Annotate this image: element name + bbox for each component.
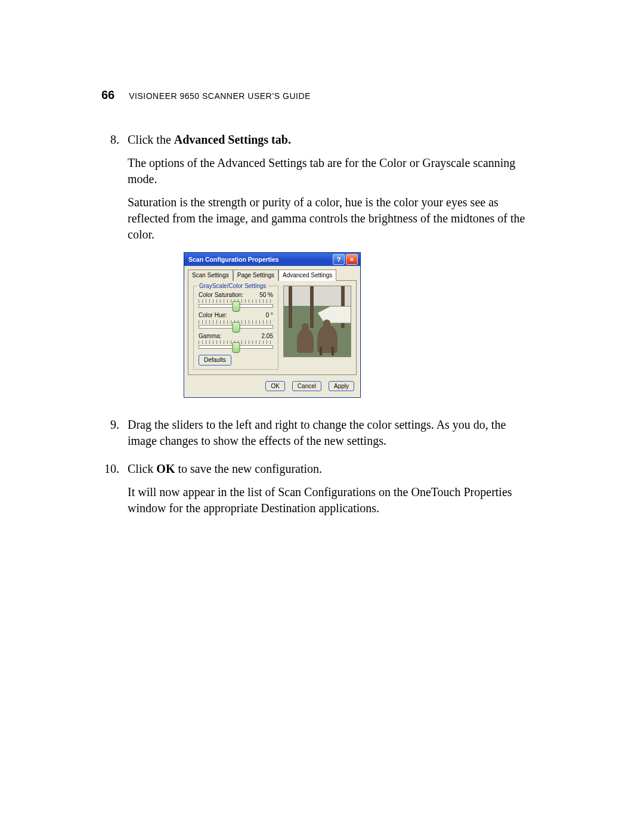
step-9: 9. Drag the sliders to the left and righ…: [101, 417, 537, 456]
dialog-titlebar: Scan Configuration Properties ? ×: [184, 253, 360, 266]
tab-advanced-settings[interactable]: Advanced Settings: [278, 270, 336, 281]
scan-config-dialog: Scan Configuration Properties ? × Scan S…: [184, 252, 361, 398]
gamma-label: Gamma:: [199, 332, 221, 340]
step-10: 10. Click OK to save the new configurati…: [101, 461, 537, 524]
dialog-title: Scan Configuration Properties: [188, 255, 332, 264]
gamma-value: 2.05: [262, 332, 273, 340]
hue-value: 0 °: [266, 311, 273, 320]
gamma-thumb[interactable]: [232, 342, 240, 353]
preview-image: [283, 286, 351, 357]
tab-scan-settings[interactable]: Scan Settings: [188, 270, 233, 281]
guide-title: VISIONEER 9650 SCANNER USER’S GUIDE: [129, 91, 311, 101]
dialog-button-row: OK Cancel Apply: [184, 379, 360, 398]
close-icon[interactable]: ×: [346, 254, 358, 265]
tab-page-settings[interactable]: Page Settings: [233, 270, 278, 281]
step-8-para3: Saturation is the strength or purity of …: [128, 194, 537, 243]
defaults-button[interactable]: Defaults: [199, 355, 231, 366]
group-legend: GrayScale/Color Settings: [197, 282, 268, 290]
saturation-slider[interactable]: [199, 304, 273, 308]
hue-row: Color Hue: 0 °: [199, 311, 273, 329]
apply-button[interactable]: Apply: [329, 381, 354, 392]
step-10-line1: Click OK to save the new configuration.: [128, 461, 537, 477]
advanced-settings-panel: GrayScale/Color Settings Color Saturatio…: [188, 280, 357, 375]
page-number: 66: [101, 88, 114, 102]
step-10-para2: It will now appear in the list of Scan C…: [128, 484, 537, 516]
saturation-label: Color Saturation:: [199, 291, 243, 299]
page-header: 66 VISIONEER 9650 SCANNER USER’S GUIDE: [101, 88, 537, 102]
grayscale-color-group: GrayScale/Color Settings Color Saturatio…: [193, 286, 278, 370]
step-8: 8. Click the Advanced Settings tab. The …: [101, 132, 537, 412]
dialog-tabbar: Scan Settings Page Settings Advanced Set…: [184, 266, 360, 280]
ok-button[interactable]: OK: [265, 381, 284, 392]
step-number: 9.: [101, 417, 119, 456]
hue-slider[interactable]: [199, 325, 273, 329]
hue-label: Color Hue:: [199, 311, 227, 320]
hue-thumb[interactable]: [232, 322, 240, 333]
step-8-line1: Click the Advanced Settings tab.: [128, 132, 537, 148]
step-number: 8.: [101, 132, 119, 412]
cancel-button[interactable]: Cancel: [292, 381, 321, 392]
help-icon[interactable]: ?: [333, 254, 345, 265]
step-9-text: Drag the sliders to the left and right t…: [128, 417, 537, 449]
saturation-thumb[interactable]: [232, 301, 240, 312]
step-8-para2: The options of the Advanced Settings tab…: [128, 155, 537, 187]
gamma-slider[interactable]: [199, 345, 273, 349]
step-number: 10.: [101, 461, 119, 524]
saturation-value: 50 %: [259, 291, 273, 299]
saturation-row: Color Saturation: 50 %: [199, 291, 273, 308]
gamma-row: Gamma: 2.05: [199, 332, 273, 349]
